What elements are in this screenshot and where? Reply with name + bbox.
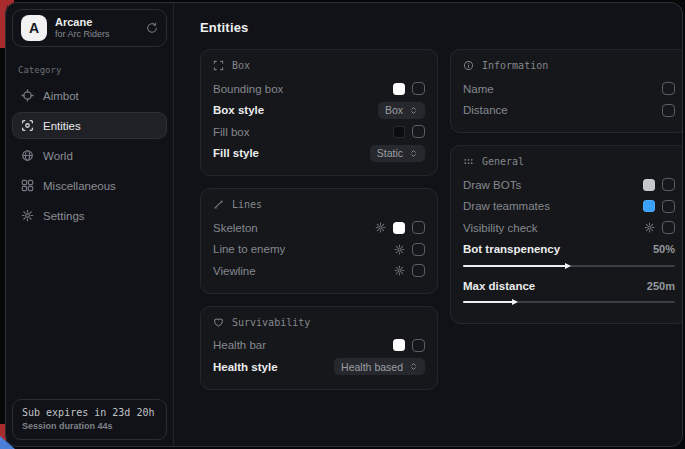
slider-fill	[463, 265, 569, 267]
row-bounding-box: Bounding box	[213, 78, 425, 100]
row-box-style: Box style Box	[213, 100, 425, 122]
app-window: A Arcane for Arc Riders Category Aimbot …	[5, 2, 683, 447]
globe-icon	[21, 149, 34, 162]
health-bar-checkbox[interactable]	[412, 339, 425, 352]
visibility-check-checkbox[interactable]	[662, 221, 675, 234]
session-duration-text: Session duration 44s	[22, 421, 157, 431]
line-icon	[213, 199, 224, 210]
survivability-card: Survivability Health bar Health style	[200, 306, 438, 390]
bounding-box-checkbox[interactable]	[412, 82, 425, 95]
lines-card: Lines Skeleton Line to enemy	[200, 188, 438, 294]
mouse-cursor	[0, 436, 15, 449]
sidebar: A Arcane for Arc Riders Category Aimbot …	[6, 3, 174, 446]
skeleton-color-swatch[interactable]	[393, 222, 405, 234]
dots-grid-icon	[463, 156, 474, 167]
subscription-card: Sub expires in 23d 20h Session duration …	[12, 399, 167, 440]
general-card: General Draw BOTs Draw teammates	[450, 145, 682, 324]
card-title: Information	[482, 60, 548, 71]
row-max-distance: Max distance 250m	[463, 275, 675, 297]
draw-teammates-color-swatch[interactable]	[643, 200, 655, 212]
gear-icon[interactable]	[394, 265, 405, 276]
row-visibility-check: Visibility check	[463, 217, 675, 239]
slider-handle[interactable]	[565, 263, 571, 269]
info-icon	[463, 60, 474, 71]
row-label: Max distance	[463, 280, 647, 292]
skeleton-checkbox[interactable]	[412, 221, 425, 234]
sidebar-item-entities[interactable]: Entities	[12, 112, 167, 139]
grid-icon	[21, 179, 34, 192]
draw-bots-color-swatch[interactable]	[643, 179, 655, 191]
row-label: Visibility check	[463, 222, 644, 234]
chevrons-up-down-icon	[409, 149, 418, 158]
row-viewline: Viewline	[213, 260, 425, 282]
sidebar-item-label: Entities	[43, 120, 81, 132]
select-value: Box	[385, 104, 403, 116]
draw-bots-checkbox[interactable]	[662, 178, 675, 191]
row-label: Health bar	[213, 339, 393, 351]
information-card: Information Name Distance	[450, 49, 682, 133]
name-checkbox[interactable]	[662, 82, 675, 95]
slider-track[interactable]	[463, 265, 675, 267]
bounding-box-color-swatch[interactable]	[393, 83, 405, 95]
row-draw-bots: Draw BOTs	[463, 174, 675, 196]
gear-icon[interactable]	[644, 222, 655, 233]
card-title: General	[482, 156, 524, 167]
gear-icon[interactable]	[375, 222, 386, 233]
page-title: Entities	[200, 20, 674, 35]
draw-teammates-checkbox[interactable]	[662, 200, 675, 213]
right-column: Information Name Distance	[450, 49, 682, 390]
sidebar-item-aimbot[interactable]: Aimbot	[12, 82, 167, 109]
row-label: Fill style	[213, 147, 370, 159]
sync-icon[interactable]	[146, 22, 158, 34]
sidebar-item-label: Aimbot	[43, 90, 79, 102]
row-distance: Distance	[463, 100, 675, 122]
fill-box-checkbox[interactable]	[412, 125, 425, 138]
viewline-checkbox[interactable]	[412, 264, 425, 277]
slider-track[interactable]	[463, 301, 675, 303]
fill-box-color-swatch[interactable]	[393, 126, 405, 138]
health-bar-color-swatch[interactable]	[393, 339, 405, 351]
card-title: Box	[232, 60, 250, 71]
select-value: Static	[377, 147, 403, 159]
gear-icon[interactable]	[394, 244, 405, 255]
row-label: Fill box	[213, 126, 393, 138]
sidebar-item-settings[interactable]: Settings	[12, 202, 167, 229]
bot-transparency-value: 50%	[653, 243, 675, 255]
bot-transparency-slider[interactable]	[463, 261, 675, 270]
category-label: Category	[18, 65, 161, 75]
app-name: Arcane	[55, 16, 110, 29]
row-label: Bot transpenency	[463, 243, 653, 255]
card-title: Lines	[232, 199, 262, 210]
max-distance-slider[interactable]	[463, 298, 675, 307]
slider-handle[interactable]	[512, 299, 518, 305]
sidebar-item-label: Miscellaneous	[43, 180, 116, 192]
box-card: Box Bounding box Box style	[200, 49, 438, 176]
sub-expires-text: Sub expires in 23d 20h	[22, 407, 157, 418]
crosshair-icon	[21, 89, 34, 102]
scan-icon	[21, 119, 34, 132]
app-subtitle: for Arc Riders	[55, 29, 110, 40]
slider-fill	[463, 301, 516, 303]
distance-checkbox[interactable]	[662, 104, 675, 117]
row-label: Skeleton	[213, 222, 375, 234]
heart-icon	[213, 317, 224, 328]
row-fill-box: Fill box	[213, 121, 425, 143]
sidebar-item-world[interactable]: World	[12, 142, 167, 169]
max-distance-value: 250m	[647, 280, 675, 292]
sidebar-nav: Aimbot Entities World Miscellaneous Sett…	[12, 82, 167, 229]
row-label: Viewline	[213, 265, 394, 277]
row-label: Draw teammates	[463, 200, 643, 212]
box-style-select[interactable]: Box	[378, 102, 425, 119]
row-label: Draw BOTs	[463, 179, 643, 191]
health-style-select[interactable]: Health based	[334, 358, 425, 375]
gear-icon	[21, 209, 34, 222]
brackets-icon	[213, 60, 224, 71]
sidebar-item-miscellaneous[interactable]: Miscellaneous	[12, 172, 167, 199]
line-to-enemy-checkbox[interactable]	[412, 243, 425, 256]
left-column: Box Bounding box Box style	[200, 49, 438, 390]
main-panel: Entities Box Bounding box	[174, 3, 682, 446]
chevrons-up-down-icon	[409, 362, 418, 371]
row-label: Bounding box	[213, 83, 393, 95]
brand-text: Arcane for Arc Riders	[55, 16, 110, 40]
fill-style-select[interactable]: Static	[370, 145, 425, 162]
